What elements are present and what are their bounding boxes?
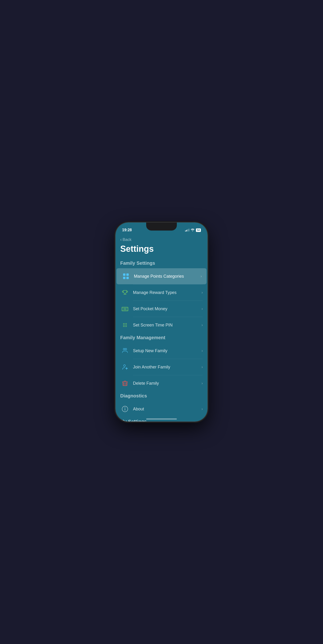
svg-point-12 xyxy=(123,324,124,326)
status-time: 19:28 xyxy=(122,228,132,232)
menu-item-label-setup-family: Setup New Family xyxy=(133,348,202,353)
svg-point-11 xyxy=(126,323,127,324)
svg-point-19 xyxy=(125,348,127,350)
menu-item-label-screen-time: Set Screen Time PIN xyxy=(133,323,202,328)
home-indicator xyxy=(146,418,177,420)
info-icon xyxy=(120,404,130,414)
notch xyxy=(146,222,177,230)
chevron-right-icon: › xyxy=(201,274,202,278)
svg-point-17 xyxy=(126,326,127,327)
menu-item-set-screen-time-pin[interactable]: Set Screen Time PIN › xyxy=(116,317,208,333)
menu-item-label-delete-family: Delete Family xyxy=(133,381,202,386)
back-button[interactable]: ‹ Back xyxy=(116,234,208,243)
chevron-right-icon: › xyxy=(202,365,203,369)
svg-point-16 xyxy=(124,326,126,327)
money-icon xyxy=(120,304,130,314)
section-family-settings-header: Family Settings xyxy=(116,258,208,268)
menu-item-manage-reward-types[interactable]: Manage Reward Types › xyxy=(116,284,208,300)
menu-item-setup-new-family[interactable]: Setup New Family › xyxy=(116,343,208,359)
menu-item-label-manage-points: Manage Points Categories xyxy=(134,274,201,279)
svg-point-20 xyxy=(124,365,126,366)
menu-item-label-about: About xyxy=(133,407,202,412)
trophy-icon xyxy=(120,288,130,297)
svg-rect-2 xyxy=(123,277,126,279)
grid-icon xyxy=(121,272,130,281)
svg-rect-0 xyxy=(123,274,126,276)
menu-item-about[interactable]: About › xyxy=(116,401,208,417)
section-diagnostics-header: Diagnostics xyxy=(116,391,208,401)
status-icons: 54 xyxy=(185,228,201,232)
chevron-right-icon: › xyxy=(202,407,203,411)
family-icon xyxy=(120,346,130,356)
trash-icon xyxy=(120,378,130,388)
menu-item-label-pocket-money: Set Pocket Money xyxy=(133,306,202,312)
phone-frame: 19:28 54 xyxy=(116,222,208,422)
menu-item-manage-points-categories[interactable]: Manage Points Categories › xyxy=(116,268,206,284)
svg-point-18 xyxy=(123,348,125,350)
menu-item-label-reward-types: Manage Reward Types xyxy=(133,290,202,295)
menu-item-label-join-family: Join Another Family xyxy=(133,365,202,370)
svg-point-6 xyxy=(125,309,126,310)
svg-point-13 xyxy=(124,324,126,326)
chevron-right-icon: › xyxy=(202,381,203,386)
page-title: Settings xyxy=(116,243,208,258)
phone-screen: 19:28 54 xyxy=(116,222,208,422)
svg-point-9 xyxy=(123,323,124,324)
battery-icon: 54 xyxy=(196,228,201,232)
signal-icon xyxy=(185,229,189,232)
svg-point-15 xyxy=(123,326,124,327)
svg-rect-1 xyxy=(126,274,129,276)
back-label: Back xyxy=(122,237,132,242)
section-family-management-header: Family Management xyxy=(116,333,208,343)
svg-point-31 xyxy=(125,407,126,408)
chevron-right-icon: › xyxy=(202,349,203,353)
pin-icon xyxy=(120,320,130,330)
svg-line-27 xyxy=(124,383,124,385)
menu-item-set-pocket-money[interactable]: Set Pocket Money › xyxy=(116,301,208,317)
add-person-icon xyxy=(120,362,130,372)
chevron-right-icon: › xyxy=(202,323,203,327)
menu-item-delete-family[interactable]: Delete Family › xyxy=(116,375,208,391)
wifi-icon xyxy=(191,228,194,232)
menu-item-join-family[interactable]: Join Another Family › xyxy=(116,359,208,375)
scroll-content[interactable]: ‹ Back Settings Family Settings Manage P… xyxy=(116,234,208,422)
svg-point-14 xyxy=(126,324,127,326)
chevron-right-icon: › xyxy=(202,290,203,295)
svg-rect-3 xyxy=(126,277,129,279)
back-chevron-icon: ‹ xyxy=(120,237,122,242)
chevron-right-icon: › xyxy=(202,307,203,311)
svg-point-10 xyxy=(124,323,126,324)
